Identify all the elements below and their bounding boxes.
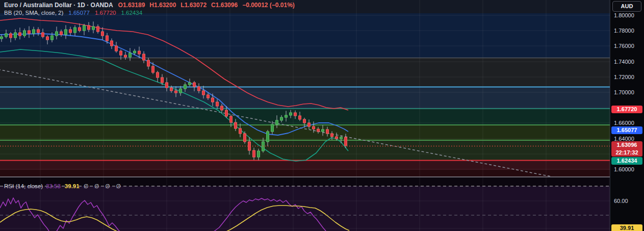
candle-down — [111, 41, 113, 46]
rsi-indicator-label[interactable]: RSI (14, close) — [4, 183, 43, 189]
rsi-axis-label: 60.00 — [614, 197, 628, 204]
candle-down — [166, 83, 168, 88]
candle-down — [10, 34, 12, 38]
candle-down — [212, 98, 214, 102]
candle-down — [239, 129, 242, 134]
candle-down — [202, 91, 205, 95]
chart-window: Euro / Australian Dollar · 1D · OANDAO1.… — [0, 0, 644, 231]
candle-down — [308, 123, 311, 126]
candle-down — [207, 95, 210, 98]
candle-down — [143, 54, 145, 60]
bb-value: 1.62434 — [121, 10, 142, 16]
rsi-value: 33.53 — [46, 183, 61, 189]
last-price-badge-value: 1.63096 — [611, 141, 642, 149]
rsi-band-fill — [0, 186, 610, 231]
candle-up — [74, 28, 76, 33]
candle-down — [294, 113, 297, 116]
price-axis-label: 1.72000 — [614, 73, 634, 81]
candle-down — [317, 129, 320, 132]
currency-toggle-button[interactable]: AUD — [612, 1, 641, 12]
price-axis-label: 1.76000 — [614, 42, 634, 49]
price-level-badge: 1.65077 — [611, 126, 642, 134]
ohlc-close: C1.63096 — [211, 2, 238, 9]
candle-down — [336, 137, 338, 139]
candle-down — [28, 31, 31, 34]
price-axis-label: 1.74000 — [614, 58, 634, 65]
bb-indicator-label[interactable]: BB (20, SMA, close, 2) — [4, 10, 63, 16]
price-level-badge: 1.62434 — [611, 157, 642, 165]
bb-value: 1.65077 — [68, 10, 90, 16]
symbol-title[interactable]: Euro / Australian Dollar · 1D · OANDA — [4, 2, 113, 9]
price-zone — [0, 125, 610, 140]
candle-up — [290, 113, 292, 115]
candle-down — [106, 36, 109, 41]
candle-down — [115, 46, 118, 51]
candle-down — [193, 83, 196, 87]
candle-up — [14, 33, 17, 38]
candle-down — [161, 78, 164, 83]
rsi-null-values: ∅ ∅ ∅ ∅ — [84, 183, 123, 189]
candle-down — [299, 116, 301, 119]
price-pane[interactable] — [0, 0, 610, 177]
candle-down — [42, 33, 44, 37]
candle-up — [280, 117, 283, 120]
candle-down — [147, 60, 150, 66]
candle-down — [97, 27, 99, 32]
candle-up — [51, 36, 54, 40]
candle-up — [340, 137, 343, 139]
candle-down — [69, 30, 72, 33]
candle-down — [19, 33, 21, 36]
candle-down — [253, 150, 255, 157]
countdown-timer: 22:17:32 — [611, 149, 642, 157]
candle-down — [313, 126, 315, 129]
price-zone — [0, 13, 610, 58]
candle-down — [157, 72, 159, 78]
price-chart-canvas[interactable] — [0, 0, 610, 177]
rsi-ma-value: 39.91 — [65, 183, 80, 189]
candle-down — [235, 122, 237, 129]
candle-up — [184, 85, 187, 89]
candle-up — [189, 83, 191, 85]
candle-down — [175, 91, 177, 93]
candle-up — [23, 31, 26, 36]
ohlc-open: O1.63189 — [118, 2, 145, 9]
candle-up — [134, 51, 136, 53]
candle-down — [138, 51, 141, 54]
candle-down — [79, 28, 81, 31]
candle-up — [56, 32, 58, 36]
candle-up — [276, 120, 278, 124]
price-axis-label: 1.78000 — [614, 27, 634, 34]
candle-up — [83, 25, 86, 31]
price-zone — [0, 87, 610, 109]
price-level-badge: 1.67720 — [611, 106, 642, 113]
candle-down — [221, 106, 223, 110]
chart-legend: Euro / Australian Dollar · 1D · OANDAO1.… — [4, 2, 295, 17]
candle-down — [326, 130, 329, 134]
candle-down — [60, 32, 63, 35]
candle-up — [65, 30, 67, 35]
candle-down — [124, 55, 127, 57]
rsi-indicator-row[interactable]: RSI (14, close)33.5339.91∅ ∅ ∅ ∅ — [4, 183, 123, 190]
candle-down — [303, 119, 306, 123]
candle-down — [101, 32, 104, 36]
bb-indicator-row[interactable]: BB (20, SMA, close, 2)1.650771.677201.62… — [4, 9, 295, 17]
price-axis-panel[interactable]: AUD 1.800001.780001.760001.740001.720001… — [610, 0, 644, 231]
symbol-row[interactable]: Euro / Australian Dollar · 1D · OANDAO1.… — [4, 2, 295, 9]
last-price-badge: 1.6309622:17:32 — [611, 141, 642, 157]
candle-down — [198, 87, 200, 91]
candle-up — [1, 37, 3, 39]
candle-down — [120, 51, 122, 55]
price-axis-label: 1.66000 — [614, 119, 634, 126]
candle-down — [331, 134, 333, 137]
candle-up — [271, 124, 274, 132]
price-zone — [0, 58, 610, 87]
candle-down — [88, 25, 90, 30]
price-axis-label: 1.70000 — [614, 89, 634, 96]
candle-down — [152, 66, 154, 72]
candle-up — [179, 89, 182, 93]
candle-down — [230, 116, 233, 122]
candle-down — [170, 88, 173, 91]
candle-down — [46, 37, 49, 40]
candle-up — [92, 27, 95, 30]
candle-up — [33, 30, 35, 34]
